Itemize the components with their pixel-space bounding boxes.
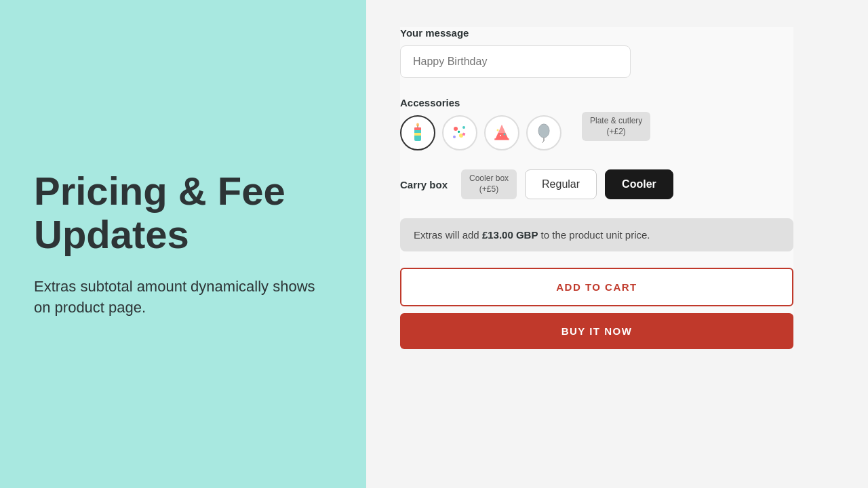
accessory-confetti[interactable] (442, 115, 477, 150)
product-form: Your message Accessories (400, 27, 793, 349)
svg-marker-12 (498, 125, 506, 133)
svg-point-4 (416, 123, 419, 127)
add-to-cart-button[interactable]: ADD TO CART (400, 268, 793, 306)
left-panel: Pricing & Fee Updates Extras subtotal am… (0, 0, 366, 488)
carry-box-label: Carry box (400, 179, 448, 190)
message-label: Your message (400, 27, 793, 39)
svg-rect-1 (414, 127, 421, 130)
svg-point-5 (454, 127, 458, 131)
accessories-icons (400, 115, 561, 150)
svg-rect-2 (414, 133, 421, 136)
accessories-label: Accessories (400, 97, 793, 108)
cooler-box-button[interactable]: Cooler (605, 169, 673, 199)
buy-now-button[interactable]: BUY IT NOW (400, 313, 793, 349)
cooler-box-tag: Cooler box (+£5) (461, 169, 517, 199)
plate-cutlery-tag: Plate & cutlery (+£2) (582, 112, 650, 141)
message-input[interactable] (400, 45, 631, 78)
accessories-section: Accessories (400, 97, 793, 150)
regular-box-button[interactable]: Regular (525, 169, 597, 199)
page-subtext: Extras subtotal amount dynamically shows… (34, 277, 332, 319)
svg-point-8 (453, 136, 456, 138)
carry-box-row: Carry box Cooler box (+£5) Regular Coole… (400, 169, 793, 199)
extras-info: Extras will add £13.00 GBP to the produc… (400, 218, 793, 251)
svg-point-13 (497, 129, 499, 131)
svg-rect-16 (494, 138, 509, 140)
right-panel: Your message Accessories (366, 0, 868, 488)
svg-point-14 (504, 134, 506, 136)
accessories-row: Plate & cutlery (+£2) (400, 115, 793, 150)
svg-rect-10 (458, 131, 460, 134)
accessory-candles[interactable] (400, 115, 435, 150)
svg-point-15 (500, 135, 501, 136)
page-heading: Pricing & Fee Updates (34, 169, 332, 256)
message-section: Your message (400, 27, 793, 78)
carry-box-section: Carry box Cooler box (+£5) Regular Coole… (400, 169, 793, 199)
accessory-balloon[interactable] (526, 115, 561, 150)
svg-point-6 (462, 126, 465, 129)
accessories-left (400, 115, 561, 150)
carry-box-options: Cooler box (+£5) Regular Cooler (461, 169, 673, 199)
accessory-hat[interactable] (484, 115, 519, 150)
extras-price: £13.00 GBP (482, 229, 538, 241)
